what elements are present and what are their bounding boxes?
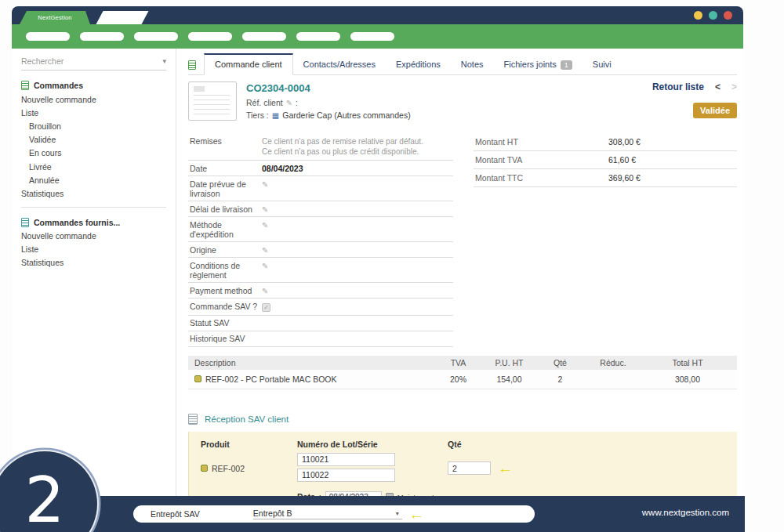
sidebar-item-liste-fournisseur[interactable]: Liste bbox=[12, 243, 176, 256]
amount-row-ht: Montant HT 308,00 € bbox=[474, 133, 737, 151]
edit-icon[interactable]: ✎ bbox=[262, 180, 268, 189]
nav-item-redacted[interactable] bbox=[80, 32, 124, 41]
amount-tva-value: 61,60 € bbox=[608, 155, 636, 165]
window-titlebar: NextGestion bbox=[12, 6, 743, 24]
window-maximize-dot[interactable] bbox=[709, 11, 717, 20]
supplier-orders-icon bbox=[21, 218, 29, 227]
credit-note: Ce client n'a pas ou plus de crédit disp… bbox=[262, 147, 453, 157]
main-panel: Commande client Contacts/Adresses Expédi… bbox=[176, 49, 743, 496]
sidebar-item-annulee[interactable]: Annulée bbox=[12, 173, 176, 186]
previous-record-icon[interactable]: < bbox=[715, 81, 720, 92]
sidebar-item-validee[interactable]: Validée bbox=[12, 133, 176, 147]
sidebar: Rechercher ▾ Commandes Nouvelle commande… bbox=[12, 49, 176, 496]
search-select[interactable]: Rechercher ▾ bbox=[21, 56, 166, 71]
nav-item-redacted[interactable] bbox=[296, 32, 340, 41]
window-minimize-dot[interactable] bbox=[694, 11, 702, 20]
tab-suivi[interactable]: Suivi bbox=[583, 55, 622, 74]
tab-notes[interactable]: Notes bbox=[451, 55, 494, 74]
sidebar-section-commandes: Commandes bbox=[21, 81, 176, 90]
reception-document-icon bbox=[188, 414, 198, 425]
warehouse-dropdown[interactable]: Entrepôt B ▾ bbox=[253, 508, 402, 519]
nav-item-redacted[interactable] bbox=[242, 32, 286, 41]
edit-icon[interactable]: ✎ bbox=[262, 246, 268, 255]
edit-icon[interactable]: ✎ bbox=[262, 221, 268, 230]
edit-icon[interactable]: ✎ bbox=[262, 262, 268, 270]
table-row: REF-002 - PC Portable MAC BOOK 20% 154,0… bbox=[188, 370, 737, 389]
company-icon: ▦ bbox=[272, 111, 279, 120]
ref-client-line: Réf. client ✎ : bbox=[246, 98, 411, 107]
sidebar-item-livree[interactable]: Livrée bbox=[12, 160, 176, 173]
warehouse-selector: Entrepôt SAV Entrepôt B ▾ ← bbox=[133, 505, 535, 523]
brand-tab[interactable]: NextGestion bbox=[20, 11, 90, 24]
sidebar-item-statistiques-fournisseur[interactable]: Statistiques bbox=[12, 256, 176, 270]
sav-reception-title: Réception SAV client bbox=[205, 414, 289, 424]
nav-item-redacted[interactable] bbox=[134, 32, 178, 41]
sidebar-item-statistiques[interactable]: Statistiques bbox=[12, 186, 176, 200]
nav-item-redacted[interactable] bbox=[188, 32, 232, 41]
line-tva: 20% bbox=[437, 375, 480, 384]
line-reduc bbox=[582, 375, 644, 384]
field-row-historique-sav: Historique SAV bbox=[188, 331, 453, 347]
tab-commande-client[interactable]: Commande client bbox=[204, 53, 293, 75]
annotation-arrow-qty: ← bbox=[498, 461, 513, 476]
sav-product: REF-002 bbox=[201, 464, 297, 473]
nav-item-redacted[interactable] bbox=[26, 32, 70, 41]
content-area: Rechercher ▾ Commandes Nouvelle commande… bbox=[12, 49, 743, 496]
tab-fichiers-joints[interactable]: Fichiers joints1 bbox=[494, 55, 583, 74]
chevron-down-icon: ▾ bbox=[396, 510, 399, 517]
details-table: Remises Ce client n'a pas de remise rela… bbox=[188, 133, 453, 347]
edit-icon[interactable]: ✎ bbox=[286, 99, 292, 107]
sidebar-item-nouvelle-commande-fournisseur[interactable]: Nouvelle commande bbox=[12, 230, 176, 243]
tab-contacts-adresses[interactable]: Contacts/Adresses bbox=[293, 55, 386, 74]
tab-expeditions[interactable]: Expéditions bbox=[386, 55, 451, 74]
warehouse-value: Entrepôt B bbox=[253, 508, 292, 518]
amount-row-ttc: Montant TTC 369,60 € bbox=[474, 169, 737, 187]
document-thumbnail[interactable] bbox=[188, 81, 237, 121]
sav-reception-header: Réception SAV client bbox=[188, 414, 737, 425]
tab-bar: Commande client Contacts/Adresses Expédi… bbox=[188, 53, 737, 75]
nav-item-redacted[interactable] bbox=[350, 32, 394, 41]
lot-number-input-2[interactable] bbox=[297, 469, 395, 482]
qty-input[interactable] bbox=[448, 461, 491, 475]
order-date-value: 08/04/2023 bbox=[262, 164, 453, 173]
annotation-arrow-warehouse: ← bbox=[409, 507, 424, 522]
brand-label: NextGestion bbox=[38, 14, 71, 21]
col-lot-serie: Numéro de Lot/Série bbox=[297, 440, 448, 449]
sidebar-item-brouillon[interactable]: Brouillon bbox=[12, 119, 176, 132]
window-close-dot[interactable] bbox=[724, 11, 732, 20]
product-description[interactable]: REF-002 - PC Portable MAC BOOK bbox=[205, 375, 336, 384]
tiers-line: Tiers : ▦ Garderie Cap (Autres commandes… bbox=[246, 110, 411, 120]
field-row-commande-sav: Commande SAV ? ✓ bbox=[188, 299, 453, 316]
field-row-date: Date 08/04/2023 bbox=[188, 161, 453, 176]
step-number: 2 bbox=[25, 464, 65, 532]
status-badge: Validée bbox=[693, 103, 737, 118]
edit-icon[interactable]: ✎ bbox=[262, 287, 268, 295]
sidebar-item-en-cours[interactable]: En cours bbox=[12, 147, 176, 160]
field-row-origine: Origine ✎ bbox=[188, 242, 453, 258]
col-qte: Qté bbox=[448, 440, 462, 449]
order-lines-table: Description TVA P.U. HT Qté Réduc. Total… bbox=[188, 356, 737, 389]
edit-icon[interactable]: ✎ bbox=[262, 205, 268, 214]
sav-checkbox[interactable]: ✓ bbox=[262, 303, 270, 312]
tab-label: Fichiers joints bbox=[504, 60, 557, 69]
product-icon bbox=[194, 375, 201, 382]
attachments-count-badge: 1 bbox=[561, 60, 572, 70]
order-details: Remises Ce client n'a pas de remise rela… bbox=[188, 133, 737, 347]
search-placeholder: Rechercher bbox=[21, 56, 64, 66]
footer-bar: Entrepôt SAV Entrepôt B ▾ ← www.nextgest… bbox=[90, 496, 745, 532]
order-header: CO2304-0004 Réf. client ✎ : Tiers : ▦ Ga… bbox=[188, 81, 737, 123]
chevron-down-icon: ▾ bbox=[162, 57, 166, 65]
amount-ht-value: 308,00 € bbox=[608, 137, 641, 147]
redacted-tab bbox=[96, 11, 148, 24]
sidebar-item-nouvelle-commande[interactable]: Nouvelle commande bbox=[12, 92, 176, 106]
back-to-list-link[interactable]: Retour liste bbox=[652, 81, 704, 92]
sidebar-item-liste[interactable]: Liste bbox=[12, 106, 176, 119]
amounts-table: Montant HT 308,00 € Montant TVA 61,60 € … bbox=[474, 133, 737, 347]
lot-number-input-1[interactable] bbox=[297, 453, 395, 466]
line-qty: 2 bbox=[539, 375, 582, 384]
next-record-icon[interactable]: > bbox=[731, 81, 737, 92]
field-row-conditions-reglement: Conditions de règlement ✎ bbox=[188, 258, 453, 283]
lot-inputs bbox=[297, 453, 448, 484]
tiers-value[interactable]: Garderie Cap (Autres commandes) bbox=[282, 110, 410, 120]
section-title: Commandes bbox=[34, 81, 83, 90]
